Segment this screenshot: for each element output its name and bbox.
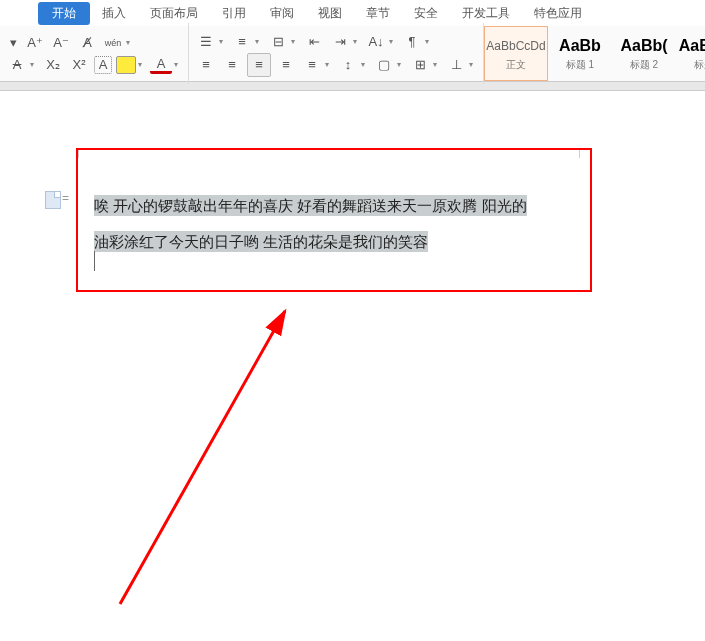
outline-marker-icon: = xyxy=(62,191,69,205)
line-spacing-button[interactable]: ↕ xyxy=(337,54,359,76)
styles-gallery: AaBbCcDd 正文 AaBb 标题 1 AaBb( 标题 2 AaBbC( … xyxy=(484,26,705,81)
dropdown-icon[interactable]: ▾ xyxy=(433,60,441,69)
tab-review[interactable]: 审阅 xyxy=(258,1,306,26)
svg-line-0 xyxy=(120,311,285,604)
style-heading3[interactable]: AaBbC( 标题 3 xyxy=(676,26,705,81)
selected-text-line1[interactable]: 唉 开心的锣鼓敲出年年的喜庆 好看的舞蹈送来天一原欢腾 阳光的 xyxy=(94,195,527,216)
tab-chapter[interactable]: 章节 xyxy=(354,1,402,26)
style-label: 标题 3 xyxy=(694,58,705,72)
dropdown-icon[interactable]: ▾ xyxy=(389,37,397,46)
style-preview: AaBbC( xyxy=(679,35,705,57)
style-label: 标题 1 xyxy=(566,58,594,72)
phonetic-guide-button[interactable]: wén xyxy=(102,32,124,54)
document-icon xyxy=(45,191,61,209)
align-center-button[interactable]: ≡ xyxy=(221,54,243,76)
align-justify-button[interactable]: ≡ xyxy=(275,54,297,76)
showmark-button[interactable]: ¶ xyxy=(401,31,423,53)
style-label: 标题 2 xyxy=(630,58,658,72)
selected-text-line2[interactable]: 油彩涂红了今天的日子哟 生活的花朵是我们的笑容 xyxy=(94,231,428,252)
tab-pagelayout[interactable]: 页面布局 xyxy=(138,1,210,26)
tab-view[interactable]: 视图 xyxy=(306,1,354,26)
style-heading2[interactable]: AaBb( 标题 2 xyxy=(612,26,676,81)
dropdown-icon[interactable]: ▾ xyxy=(291,37,299,46)
tab-insert[interactable]: 插入 xyxy=(90,1,138,26)
superscript-button[interactable]: X² xyxy=(68,54,90,76)
bullets-button[interactable]: ☰ xyxy=(195,31,217,53)
dropdown-icon[interactable]: ▾ xyxy=(30,60,38,69)
dropdown-icon[interactable]: ▾ xyxy=(219,37,227,46)
font-group: ▾ A⁺ A⁻ A̸ wén ▾ A ▾ X₂ X² A ▾ A ▾ xyxy=(0,23,189,84)
tab-stops-button[interactable]: ⊥ xyxy=(445,54,467,76)
align-left-button[interactable]: ≡ xyxy=(195,54,217,76)
font-combo-icon[interactable]: ▾ xyxy=(6,32,20,54)
dropdown-icon[interactable]: ▾ xyxy=(255,37,263,46)
dropdown-icon[interactable]: ▾ xyxy=(174,60,182,69)
borders-button[interactable]: ⊞ xyxy=(409,54,431,76)
dropdown-icon[interactable]: ▾ xyxy=(353,37,361,46)
font-color-button[interactable]: A xyxy=(150,55,172,74)
style-label: 正文 xyxy=(506,58,526,72)
style-normal[interactable]: AaBbCcDd 正文 xyxy=(484,26,548,81)
shading-button[interactable]: ▢ xyxy=(373,54,395,76)
tab-start[interactable]: 开始 xyxy=(38,2,90,25)
style-heading1[interactable]: AaBb 标题 1 xyxy=(548,26,612,81)
paragraph-group: ☰▾ ≡▾ ⊟▾ ⇤ ⇥▾ A↓▾ ¶▾ ≡ ≡ ≡ ≡ ≡▾ ↕▾ ▢▾ ⊞▾… xyxy=(189,23,484,84)
dropdown-icon[interactable]: ▾ xyxy=(397,60,405,69)
document-page[interactable]: = 唉 开心的锣鼓敲出年年的喜庆 好看的舞蹈送来天一原欢腾 阳光的 油彩涂红了今… xyxy=(0,91,705,631)
style-preview: AaBb( xyxy=(620,35,667,57)
text-cursor xyxy=(94,251,95,271)
multilevel-button[interactable]: ⊟ xyxy=(267,31,289,53)
tab-special[interactable]: 特色应用 xyxy=(522,1,594,26)
style-preview: AaBb xyxy=(559,35,601,57)
ribbon: ▾ A⁺ A⁻ A̸ wén ▾ A ▾ X₂ X² A ▾ A ▾ ☰▾ ≡▾… xyxy=(0,26,705,82)
font-decrease-button[interactable]: A⁻ xyxy=(50,32,72,54)
highlight-button[interactable] xyxy=(116,56,136,74)
ruler-marks xyxy=(78,150,586,160)
dropdown-icon[interactable]: ▾ xyxy=(469,60,477,69)
document-text[interactable]: 唉 开心的锣鼓敲出年年的喜庆 好看的舞蹈送来天一原欢腾 阳光的 油彩涂红了今天的… xyxy=(94,188,580,260)
sort-button[interactable]: A↓ xyxy=(365,31,387,53)
dropdown-icon[interactable]: ▾ xyxy=(425,37,433,46)
numbering-button[interactable]: ≡ xyxy=(231,31,253,53)
strike-button[interactable]: A xyxy=(6,54,28,76)
tab-security[interactable]: 安全 xyxy=(402,1,450,26)
style-preview: AaBbCcDd xyxy=(486,35,545,57)
dropdown-icon[interactable]: ▾ xyxy=(325,60,333,69)
tab-developer[interactable]: 开发工具 xyxy=(450,1,522,26)
align-right-button[interactable]: ≡ xyxy=(247,53,271,77)
dropdown-icon[interactable]: ▾ xyxy=(126,38,134,47)
dropdown-icon[interactable]: ▾ xyxy=(361,60,369,69)
indent-decrease-button[interactable]: ⇤ xyxy=(303,31,325,53)
subscript-button[interactable]: X₂ xyxy=(42,54,64,76)
tab-references[interactable]: 引用 xyxy=(210,1,258,26)
annotation-arrow xyxy=(100,306,300,606)
dropdown-icon[interactable]: ▾ xyxy=(138,60,146,69)
clear-format-button[interactable]: A̸ xyxy=(76,32,98,54)
font-increase-button[interactable]: A⁺ xyxy=(24,32,46,54)
align-distribute-button[interactable]: ≡ xyxy=(301,54,323,76)
char-border-button[interactable]: A xyxy=(94,56,112,74)
indent-increase-button[interactable]: ⇥ xyxy=(329,31,351,53)
